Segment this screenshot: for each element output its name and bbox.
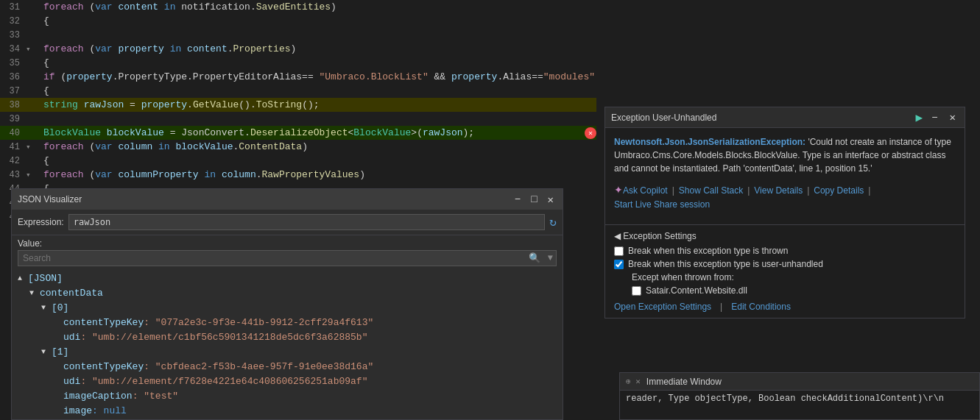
tree-node[interactable]: contentTypeKey: "077a2e3c-9f3e-441b-9912… [18, 315, 557, 330]
tree-node[interactable]: ▼[0] [18, 300, 557, 315]
tree-expand-arrow[interactable]: ▼ [41, 348, 49, 356]
search-icon: 🔍 [524, 252, 545, 264]
tree-node[interactable]: ▲[JSON] [18, 271, 557, 285]
tree-node[interactable]: ▼contentData [18, 285, 557, 300]
code-line-42: 42 { [0, 154, 596, 168]
tree-value: : "077a2e3c-9f3e-441b-9912-2cff29a4f613" [144, 317, 373, 328]
expression-row: Expression: ↻ [12, 210, 563, 235]
line-number: 31 [0, 2, 26, 13]
line-content: { [40, 155, 596, 166]
line-number: 38 [0, 100, 26, 110]
code-line-31: 31foreach (var content in notification.S… [0, 0, 596, 14]
line-content: { [40, 57, 596, 68]
tree-value: : "umb://element/c1bf56c5901341218de5dc6… [80, 332, 367, 343]
exception-panel: Exception User-Unhandled ▶ − ✕ Newtonsof… [604, 107, 965, 318]
exception-type-name: Newtonsoft.Json.JsonSerializationExcepti… [614, 135, 956, 175]
line-number: 34 [0, 44, 26, 54]
copilot-icon: ✦ [614, 182, 623, 198]
exception-links: ✦ Ask Copilot | Show Call Stack | View D… [614, 182, 956, 211]
exception-settings-title: ◀ Exception Settings [614, 231, 956, 241]
tree-key: contentTypeKey [63, 361, 144, 372]
line-number: 36 [0, 72, 26, 82]
immediate-window-panel: ⊕ ✕ Immediate Window reader, Type object… [619, 372, 980, 420]
cb1-row: Break when this exception type is thrown [614, 246, 956, 256]
ask-copilot-link[interactable]: Ask Copilot [623, 184, 668, 197]
json-close-button[interactable]: ✕ [545, 193, 557, 206]
tree-value: : null [92, 405, 127, 416]
immediate-title-bar: ⊕ ✕ Immediate Window [620, 373, 979, 391]
tree-node[interactable]: contentTypeKey: "cbfdeac2-f53b-4aee-957f… [18, 359, 557, 374]
dll-checkbox[interactable] [632, 286, 641, 296]
cb2-row: Break when this exception type is user-u… [614, 259, 956, 269]
line-number: 39 [0, 114, 26, 124]
exception-title-bar: Exception User-Unhandled ▶ − ✕ [605, 107, 965, 128]
immediate-body[interactable]: reader, Type objectType, Boolean checkAd… [620, 391, 979, 407]
json-search-input[interactable] [18, 251, 524, 266]
json-minimize-button[interactable]: − [512, 193, 524, 206]
tree-node[interactable]: udi: "umb://element/c1bf56c5901341218de5… [18, 330, 557, 344]
tree-value: : "test" [133, 391, 178, 402]
line-number: 32 [0, 16, 26, 26]
code-line-37: 37 { [0, 84, 596, 98]
open-exception-settings-link[interactable]: Open Exception Settings [614, 302, 711, 312]
tree-node[interactable]: image: null [18, 403, 557, 418]
code-line-36: 36 if (property.PropertyType.PropertyEdi… [0, 70, 596, 84]
tree-value: : "umb://element/f7628e4221e64c408606256… [80, 376, 367, 387]
title-bar-controls: − □ ✕ [512, 193, 557, 206]
tree-expand-arrow[interactable]: ▼ [41, 304, 49, 312]
json-tree[interactable]: ▲[JSON]▼contentData▼[0]contentTypeKey: "… [12, 269, 563, 420]
exception-body: Newtonsoft.Json.JsonSerializationExcepti… [605, 128, 965, 224]
json-visualizer-panel: JSON Visualizer − □ ✕ Expression: ↻ Valu… [11, 188, 563, 420]
tree-node[interactable]: imageCaption: "test" [18, 388, 557, 403]
view-details-link[interactable]: View Details [754, 184, 803, 197]
line-number: 33 [0, 30, 26, 40]
start-live-share-link[interactable]: Start Live Share session [614, 198, 710, 211]
code-line-35: 35 { [0, 56, 596, 70]
tree-value: : "cbfdeac2-f53b-4aee-957f-91e0ee38d16a" [144, 361, 373, 372]
code-line-34: 34▾ foreach (var property in content.Pro… [0, 42, 596, 56]
play-button[interactable]: ▶ [916, 110, 923, 125]
expression-input[interactable] [68, 214, 546, 230]
dll-row: Satair.Content.Website.dll [614, 285, 956, 296]
cb1-checkbox[interactable] [614, 246, 624, 256]
exception-controls: ▶ − ✕ [916, 110, 959, 125]
tree-key: udi [63, 376, 80, 387]
cb2-checkbox[interactable] [614, 260, 624, 269]
line-number: 37 [0, 86, 26, 96]
immediate-title-group: ⊕ ✕ Immediate Window [626, 377, 722, 387]
cb2-label: Break when this exception type is user-u… [628, 259, 823, 269]
line-content: if (property.PropertyType.PropertyEditor… [40, 71, 596, 82]
tree-key: contentData [40, 288, 103, 299]
except-when-label: Except when thrown from: [614, 272, 956, 282]
json-maximize-button[interactable]: □ [528, 193, 540, 206]
line-content: foreach (var column in blockValue.Conten… [40, 141, 596, 152]
cb1-label: Break when this exception type is thrown [628, 246, 788, 256]
exception-settings: ◀ Exception Settings Break when this exc… [605, 224, 965, 318]
line-arrow: ▾ [26, 44, 40, 54]
tree-node[interactable]: udi: "umb://element/f7628e4221e64c408606… [18, 374, 557, 388]
pin-icon: ⊕ ✕ [626, 377, 641, 386]
code-line-38: 38 string rawJson = property.GetValue().… [0, 98, 596, 112]
json-panel-title-bar: JSON Visualizer − □ ✕ [12, 189, 563, 210]
line-number: 43 [0, 170, 26, 180]
line-number: 42 [0, 156, 26, 166]
code-line-32: 32{ [0, 14, 596, 28]
tree-expand-arrow[interactable]: ▲ [18, 274, 25, 282]
show-call-stack-link[interactable]: Show Call Stack [679, 184, 743, 197]
tree-expand-arrow[interactable]: ▼ [29, 289, 37, 297]
refresh-button[interactable]: ↻ [549, 215, 557, 229]
line-content: { [40, 85, 596, 96]
copy-details-link[interactable]: Copy Details [814, 184, 864, 197]
tree-key: [0] [52, 302, 68, 313]
exc-minimize-button[interactable]: − [928, 112, 940, 124]
exc-close-button[interactable]: ✕ [947, 111, 959, 124]
line-content: foreach (var content in notification.Sav… [40, 1, 596, 13]
tree-node[interactable]: ▼[1] [18, 344, 557, 359]
code-line-39: 39 [0, 112, 596, 126]
line-content: foreach (var columnProperty in column.Ra… [40, 169, 596, 180]
search-dropdown[interactable]: ▼ [545, 253, 556, 263]
edit-conditions-link[interactable]: Edit Conditions [731, 302, 791, 312]
tree-key: [JSON] [28, 273, 63, 284]
search-row: 🔍 ▼ [18, 250, 557, 266]
line-number: 35 [0, 58, 26, 68]
